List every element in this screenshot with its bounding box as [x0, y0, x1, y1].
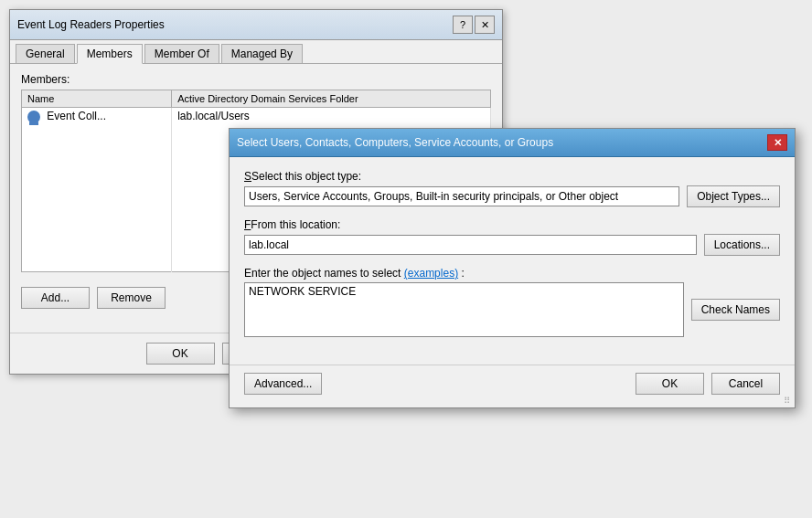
- examples-link[interactable]: (examples): [404, 267, 458, 280]
- user-icon: [27, 111, 40, 123]
- tab-managed-by[interactable]: Managed By: [221, 44, 303, 63]
- fg-ok-button[interactable]: OK: [636, 373, 704, 395]
- add-button[interactable]: Add...: [21, 287, 90, 309]
- location-input[interactable]: [244, 235, 697, 255]
- bg-dialog-tabs: General Members Member Of Managed By: [10, 40, 502, 64]
- fg-cancel-button[interactable]: Cancel: [711, 373, 780, 395]
- fg-dialog-title: Select Users, Contacts, Computers, Servi…: [237, 136, 553, 149]
- tab-members[interactable]: Members: [77, 44, 143, 64]
- bg-dialog-title-bar: Event Log Readers Properties ? ✕: [10, 10, 502, 40]
- locations-button[interactable]: Locations...: [704, 234, 780, 256]
- location-label: FFrom this location:: [244, 218, 780, 231]
- bg-ok-button[interactable]: OK: [146, 343, 215, 365]
- bg-dialog-title: Event Log Readers Properties: [17, 18, 165, 31]
- tab-member-of[interactable]: Member Of: [144, 44, 219, 63]
- advanced-button[interactable]: Advanced...: [244, 373, 322, 395]
- col-folder: Active Directory Domain Services Folder: [172, 90, 491, 108]
- fg-dialog: Select Users, Contacts, Computers, Servi…: [229, 128, 796, 408]
- names-label: Enter the object names to select (exampl…: [244, 267, 780, 280]
- fg-dialog-close-button[interactable]: ✕: [767, 134, 787, 151]
- location-group: FFrom this location: Locations...: [244, 218, 780, 256]
- object-type-label: SSelect this object type:: [244, 170, 780, 183]
- fg-footer-right-buttons: OK Cancel: [636, 373, 780, 395]
- remove-button[interactable]: Remove: [97, 287, 166, 309]
- fg-dialog-title-bar: Select Users, Contacts, Computers, Servi…: [230, 129, 795, 157]
- fg-dialog-footer: Advanced... OK Cancel: [230, 365, 795, 407]
- object-types-button[interactable]: Object Types...: [687, 185, 780, 207]
- fg-dialog-content: SSelect this object type: Object Types..…: [230, 157, 795, 361]
- object-type-group: SSelect this object type: Object Types..…: [244, 170, 780, 207]
- location-row: Locations...: [244, 234, 780, 256]
- members-label: Members:: [21, 73, 491, 86]
- member-name: Event Coll...: [22, 108, 172, 272]
- object-type-row: Object Types...: [244, 185, 780, 207]
- names-textarea[interactable]: <span data-bind="fg_dialog.names_value">…: [244, 282, 684, 337]
- bg-dialog-title-buttons: ? ✕: [453, 16, 495, 34]
- tab-general[interactable]: General: [16, 44, 75, 63]
- names-group: Enter the object names to select (exampl…: [244, 267, 780, 337]
- object-type-input[interactable]: [244, 186, 679, 206]
- resize-handle[interactable]: ⠿: [784, 396, 793, 406]
- col-name: Name: [22, 90, 172, 108]
- check-names-button[interactable]: Check Names: [691, 299, 780, 321]
- bg-dialog-close-button[interactable]: ✕: [475, 16, 495, 34]
- bg-dialog-help-button[interactable]: ?: [453, 16, 473, 34]
- names-row: <span data-bind="fg_dialog.names_value">…: [244, 282, 780, 337]
